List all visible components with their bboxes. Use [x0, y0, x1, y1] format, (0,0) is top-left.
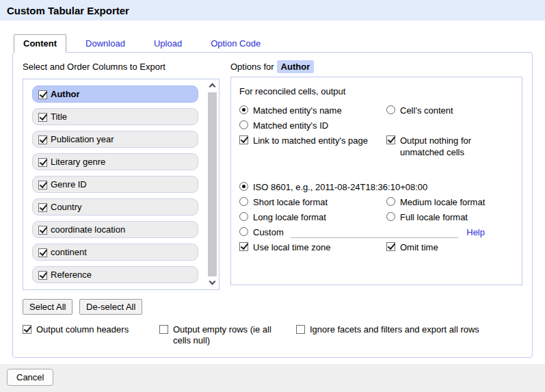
scroll-down-button[interactable] [207, 277, 218, 289]
checkbox-label: Omit time [400, 241, 438, 253]
checkbox-label: Output column headers [36, 324, 129, 335]
column-checkbox[interactable] [38, 158, 47, 167]
checkbox-ignore-facets[interactable]: Ignore facets and filters and export all… [296, 324, 479, 335]
checkbox-link-to-entity-page[interactable]: Link to matched entity's page [239, 135, 386, 158]
options-heading-prefix: Options for [230, 62, 274, 72]
radio-label: Medium locale format [400, 196, 485, 208]
medium-locale-radio[interactable] [386, 197, 395, 206]
radio-matched-entity-id[interactable]: Matched entity's ID [239, 120, 386, 131]
column-label: Title [51, 112, 67, 122]
options-box: For reconciled cells, output Matched ent… [230, 77, 522, 285]
column-checkbox[interactable] [38, 248, 47, 257]
radio-long-locale[interactable]: Long locale format [239, 211, 386, 223]
short-locale-radio[interactable] [239, 197, 248, 206]
checkbox-use-local-time-zone[interactable]: Use local time zone [239, 241, 386, 253]
radio-label: ISO 8601, e.g., 2011-08-24T18:36:10+08:0… [253, 181, 427, 193]
column-label: Publication year [51, 134, 114, 144]
column-checkbox[interactable] [38, 181, 47, 190]
column-label: Reference [51, 270, 92, 280]
column-checkbox[interactable] [38, 203, 47, 212]
reconciled-options-grid: Matched entity's name Cell's content Mat… [239, 105, 514, 158]
radio-short-locale[interactable]: Short locale format [239, 196, 386, 208]
column-item[interactable]: Author [32, 86, 198, 103]
radio-label: Long locale format [253, 211, 326, 223]
column-item[interactable]: coordinate location [32, 221, 198, 238]
ignore-facets-checkbox[interactable] [296, 325, 305, 334]
radio-label: Full locale format [400, 211, 468, 223]
column-checkbox[interactable] [38, 113, 47, 122]
column-item[interactable]: Genre ID [32, 176, 198, 193]
column-item[interactable]: Literary genre [32, 153, 198, 170]
use-local-time-zone-checkbox[interactable] [239, 242, 248, 251]
radio-label: Matched entity's name [253, 105, 342, 116]
output-nothing-unmatched-checkbox[interactable] [386, 135, 395, 144]
select-all-button[interactable]: Select All [23, 299, 72, 315]
columns-heading: Select and Order Columns to Export [23, 61, 220, 73]
column-label: Country [51, 202, 82, 212]
custom-format-input[interactable] [291, 227, 458, 238]
options-heading: Options forAuthor [230, 61, 522, 73]
selection-buttons-row: Select All De-select All [23, 299, 522, 315]
column-checkbox[interactable] [38, 135, 47, 144]
checkbox-label: Output empty rows (ie all cells null) [173, 324, 277, 346]
scrollbar-thumb[interactable] [208, 92, 217, 276]
checkbox-omit-time[interactable]: Omit time [386, 241, 514, 253]
radio-label: Short locale format [253, 196, 328, 208]
link-to-entity-page-checkbox[interactable] [239, 135, 248, 144]
chevron-up-icon [209, 83, 216, 90]
output-column-headers-checkbox[interactable] [23, 325, 31, 334]
checkbox-label: Use local time zone [253, 241, 330, 253]
radio-iso-8601[interactable]: ISO 8601, e.g., 2011-08-24T18:36:10+08:0… [239, 181, 514, 193]
checkbox-output-empty-rows[interactable]: Output empty rows (ie all cells null) [159, 324, 296, 346]
column-item[interactable]: continent [32, 244, 198, 261]
content-tab-panel: Select and Order Columns to Export Autho… [12, 52, 533, 358]
column-label: coordinate location [51, 224, 125, 235]
column-checkbox[interactable] [38, 226, 47, 235]
tab-content[interactable]: Content [14, 34, 66, 53]
columns-section: Select and Order Columns to Export Autho… [23, 61, 220, 290]
radio-medium-locale[interactable]: Medium locale format [386, 196, 514, 208]
radio-full-locale[interactable]: Full locale format [386, 211, 514, 223]
export-options-row: Output column headers Output empty rows … [23, 324, 522, 346]
dialog-footer: Cancel [0, 364, 545, 392]
iso-8601-radio[interactable] [239, 182, 248, 191]
dialog-title: Custom Tabular Exporter [7, 5, 129, 16]
column-item[interactable]: Title [32, 108, 198, 125]
column-label: Literary genre [51, 157, 105, 167]
matched-entity-name-radio[interactable] [239, 105, 248, 114]
columns-scrollbar[interactable] [207, 80, 218, 289]
custom-format-row: Custom Help [239, 226, 514, 238]
matched-entity-id-radio[interactable] [239, 120, 248, 129]
output-empty-rows-checkbox[interactable] [159, 325, 168, 334]
columns-list: Author Title Publication year Literary g… [23, 79, 220, 290]
grid-spacer [386, 120, 514, 131]
radio-cells-content[interactable]: Cell's content [386, 105, 514, 116]
cancel-button[interactable]: Cancel [7, 369, 53, 386]
cells-content-radio[interactable] [386, 105, 395, 114]
column-item[interactable]: Reference [32, 266, 198, 283]
column-item[interactable]: Publication year [32, 131, 198, 148]
checkbox-output-column-headers[interactable]: Output column headers [23, 324, 159, 335]
column-checkbox[interactable] [38, 90, 47, 99]
reconciled-heading: For reconciled cells, output [239, 86, 514, 96]
radio-custom[interactable]: Custom [239, 226, 284, 238]
omit-time-checkbox[interactable] [386, 242, 395, 251]
radio-matched-entity-name[interactable]: Matched entity's name [239, 105, 386, 116]
custom-format-radio[interactable] [239, 227, 248, 236]
options-section: Options forAuthor For reconciled cells, … [230, 61, 522, 290]
checkbox-label: Output nothing for unmatched cells [400, 135, 514, 158]
tab-download[interactable]: Download [76, 34, 135, 53]
help-link[interactable]: Help [466, 227, 485, 237]
selected-column-badge: Author [277, 60, 315, 73]
checkbox-output-nothing-unmatched[interactable]: Output nothing for unmatched cells [386, 135, 514, 158]
tab-upload[interactable]: Upload [144, 34, 191, 53]
deselect-all-button[interactable]: De-select All [79, 299, 142, 315]
scroll-up-button[interactable] [207, 80, 218, 92]
column-item[interactable]: Country [32, 198, 198, 215]
full-locale-radio[interactable] [386, 212, 395, 221]
checkbox-label: Ignore facets and filters and export all… [310, 324, 479, 335]
long-locale-radio[interactable] [239, 212, 248, 221]
tab-option-code[interactable]: Option Code [201, 34, 270, 53]
column-checkbox[interactable] [38, 271, 47, 280]
dialog-title-bar: Custom Tabular Exporter [0, 0, 545, 21]
